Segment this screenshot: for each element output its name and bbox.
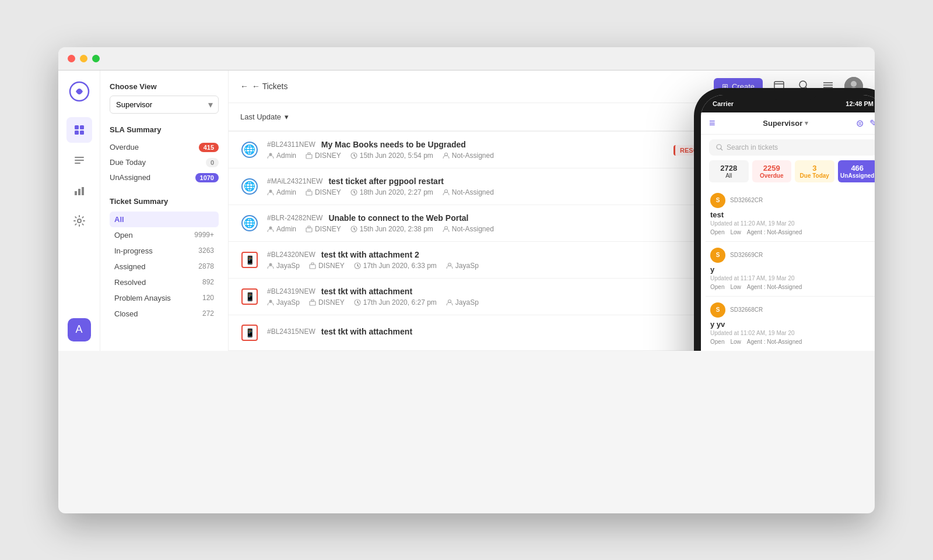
- phone-ticket-title: test: [710, 210, 875, 219]
- sla-overdue[interactable]: Overdue 415: [110, 140, 219, 155]
- ticket-summary-assigned[interactable]: Assigned 2878: [110, 259, 219, 274]
- ticket-meta: Admin DISNEY 15th Jun 2020, 5:54 pm: [267, 152, 711, 160]
- list-item[interactable]: S SD32669CR y Updated at 11:17 AM, 19 Ma…: [706, 242, 875, 297]
- sidebar-item-tickets[interactable]: [66, 117, 92, 143]
- phone-ticket-header: S SD32668CR: [710, 302, 875, 318]
- svg-rect-10: [82, 187, 84, 195]
- phone-ticket-avatar: S: [710, 193, 725, 208]
- phone-tabs: 2728 All 2259 Overdue 3 Due Today: [709, 160, 875, 182]
- ticket-summary-problem[interactable]: Problem Anaysis 120: [110, 290, 219, 306]
- globe-icon: 🌐: [241, 178, 258, 195]
- left-sidebar: Choose View Supervisor SLA Summary Overd…: [100, 71, 229, 351]
- mac-window: A Choose View Supervisor SLA Summary Ove…: [58, 47, 875, 513]
- ticket-id: #BL24315NEW: [267, 327, 315, 336]
- svg-rect-37: [310, 265, 315, 269]
- svg-rect-43: [311, 300, 314, 301]
- phone-screen: Carrier 12:48 PM ≡ Supervisor ▾: [701, 95, 875, 351]
- sidebar-item-settings[interactable]: [66, 208, 92, 234]
- user-avatar-rail[interactable]: A: [68, 318, 91, 341]
- svg-rect-2: [80, 125, 84, 129]
- phone-filter-icon[interactable]: ⊜: [856, 118, 864, 129]
- phone-ticket-id: SD32668CR: [730, 307, 763, 313]
- sla-due-today[interactable]: Due Today 0: [110, 155, 219, 170]
- sort-button[interactable]: Last Update ▾: [240, 112, 289, 121]
- window-controls: [68, 55, 100, 62]
- svg-rect-33: [308, 226, 310, 228]
- ticket-channel-icon: 🌐: [240, 140, 259, 159]
- phone-edit-icon[interactable]: ✎: [869, 118, 875, 129]
- ticket-date: 18th Jun 2020, 2:27 pm: [350, 188, 433, 196]
- svg-rect-8: [75, 191, 77, 195]
- phone-ticket-title: y: [710, 265, 875, 274]
- phone-supervisor-chevron: ▾: [805, 119, 808, 127]
- phone-time: 12:48 PM: [846, 100, 874, 107]
- globe-icon: 🌐: [241, 142, 258, 158]
- phone-tab-unassigned[interactable]: 466 UnAssigned: [838, 160, 875, 182]
- sla-unassigned[interactable]: UnAssigned 1070: [110, 170, 219, 185]
- phone-ticket-date: Updated at 11:02 AM, 19 Mar 20: [710, 330, 875, 336]
- svg-rect-38: [311, 263, 314, 265]
- back-arrow-icon: ←: [240, 82, 248, 91]
- phone-menu-icon[interactable]: ≡: [709, 117, 715, 129]
- ticket-summary-closed[interactable]: Closed 272: [110, 306, 219, 322]
- sort-chevron-icon: ▾: [285, 112, 289, 121]
- icon-rail: A: [58, 71, 100, 351]
- app-logo: [68, 80, 91, 103]
- ticket-summary-resolved[interactable]: Resolved 892: [110, 274, 219, 290]
- ticket-date: 15th Jun 2020, 2:38 pm: [350, 225, 433, 233]
- svg-rect-9: [78, 189, 80, 195]
- ticket-channel-icon: 🌐: [240, 177, 259, 196]
- phone-search-bar[interactable]: Search in tickets: [709, 139, 875, 156]
- back-button[interactable]: ← ← Tickets: [240, 82, 287, 91]
- sla-summary-title: SLA Summary: [110, 125, 219, 134]
- ticket-assigned: JayaSp: [446, 298, 479, 307]
- ticket-assigned: Not-Assigned: [443, 225, 494, 233]
- sidebar-item-reports[interactable]: [66, 178, 92, 203]
- close-button[interactable]: [68, 55, 75, 62]
- supervisor-select-wrapper[interactable]: Supervisor: [110, 96, 219, 114]
- ticket-summary-inprogress[interactable]: In-progress 3263: [110, 243, 219, 259]
- svg-rect-22: [306, 154, 312, 159]
- ticket-company: DISNEY: [306, 152, 341, 160]
- titlebar: [58, 47, 875, 71]
- phone-tab-due-today[interactable]: 3 Due Today: [795, 160, 834, 182]
- ticket-title: Unable to connect to the Web Portal: [328, 213, 468, 223]
- phone-supervisor-select[interactable]: Supervisor ▾: [763, 119, 808, 128]
- ticket-title: My Mac Books needs to be Upgraded: [321, 140, 466, 149]
- svg-rect-28: [308, 189, 310, 191]
- minimize-button[interactable]: [80, 55, 87, 62]
- svg-rect-27: [306, 191, 312, 195]
- phone-ticket-header: S SD32662CR: [710, 193, 875, 208]
- phone-ticket-avatar: S: [710, 302, 725, 318]
- list-item[interactable]: S SD32668CR y yv Updated at 11:02 AM, 19…: [706, 297, 875, 351]
- ticket-id: #BL24320NEW: [267, 251, 315, 259]
- list-item[interactable]: S SD32662CR test Updated at 11:20 AM, 19…: [706, 187, 875, 242]
- ticket-summary-all[interactable]: All: [110, 212, 219, 227]
- ticket-title: test tkt with attachment 2: [321, 250, 419, 259]
- sort-label: Last Update: [240, 112, 281, 121]
- phone-tab-all[interactable]: 2728 All: [709, 160, 749, 182]
- phone-carrier: Carrier: [713, 100, 734, 107]
- ticket-title: test tkt with attachment: [321, 287, 412, 296]
- ticket-company: DISNEY: [306, 188, 341, 196]
- choose-view-label: Choose View: [110, 82, 219, 91]
- ticket-company: DISNEY: [306, 225, 341, 233]
- ticket-channel-icon: 📱: [240, 287, 259, 306]
- phone-ticket-meta: Open Low Agent : Not-Assigned: [710, 229, 875, 235]
- phone-icon: 📱: [241, 288, 258, 305]
- svg-rect-3: [75, 131, 79, 135]
- ticket-summary-open[interactable]: Open 9999+: [110, 227, 219, 243]
- supervisor-select[interactable]: Supervisor: [110, 96, 219, 114]
- phone-tab-overdue[interactable]: 2259 Overdue: [752, 160, 792, 182]
- ticket-id: #MAiL24321NEW: [267, 177, 322, 185]
- ticket-company: DISNEY: [309, 262, 345, 270]
- phone-ticket-header: S SD32669CR: [710, 248, 875, 263]
- svg-rect-7: [75, 163, 80, 164]
- unassigned-badge: 1070: [195, 173, 219, 182]
- svg-point-20: [851, 81, 857, 87]
- phone-header: ≡ Supervisor ▾ ⊜ ✎: [701, 112, 875, 135]
- sidebar-item-library[interactable]: [66, 147, 92, 173]
- maximize-button[interactable]: [92, 55, 100, 62]
- svg-rect-5: [75, 157, 84, 158]
- ticket-assigned: Not-Assigned: [443, 188, 494, 196]
